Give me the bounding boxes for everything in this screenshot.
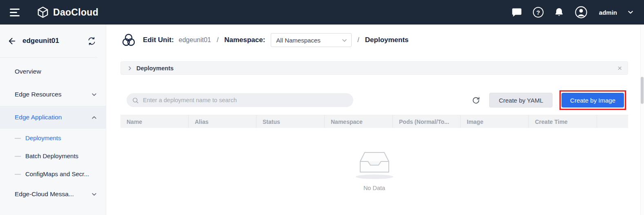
empty-state-text: No Data [363, 185, 385, 191]
switch-unit-icon[interactable] [87, 37, 96, 45]
user-menu-chevron-down-icon[interactable] [628, 9, 633, 15]
sidebar-item-label: Edge Resources [15, 91, 62, 98]
column-header-name[interactable]: Name [120, 115, 189, 128]
chevron-down-icon [91, 192, 97, 197]
sidebar-item-label: Batch Deployments [25, 152, 78, 159]
breadcrumb-separator: / [217, 36, 218, 44]
vertical-scrollbar-thumb[interactable] [641, 77, 644, 104]
edge-unit-knot-icon [121, 32, 136, 48]
chevron-down-icon [91, 92, 97, 97]
chevron-down-icon [342, 38, 347, 43]
sidebar-item-label: Edge-Cloud Messa... [15, 190, 74, 198]
create-by-image-button[interactable]: Create by Image [562, 93, 624, 108]
sidebar: edgeunit01 Overview Edge Resources Edge … [0, 25, 106, 215]
column-header-image[interactable]: Image [461, 115, 529, 128]
column-header-namespace[interactable]: Namespace [325, 115, 393, 128]
sidebar-item-overview[interactable]: Overview [0, 60, 106, 83]
namespace-label: Namespace: [224, 36, 265, 44]
brand-name: DaoCloud [53, 7, 98, 18]
search-icon [132, 97, 139, 104]
tab-bar: Deployments × [120, 61, 628, 75]
column-header-alias[interactable]: Alias [189, 115, 256, 128]
create-by-image-wrap: Create by Image [562, 93, 624, 108]
breadcrumb-page: Deployments [365, 36, 409, 44]
empty-inbox-icon [359, 150, 390, 177]
main-content: Edit Unit: edgeunit01 / Namespace: All N… [106, 25, 644, 215]
sidebar-item-configmaps-secrets[interactable]: — ConfigMaps and Secr... [0, 165, 106, 183]
daocloud-cube-icon [37, 6, 49, 19]
sidebar-item-label: Overview [15, 68, 41, 75]
refresh-icon[interactable] [472, 96, 480, 105]
sub-item-bullet: — [15, 152, 21, 159]
sidebar-item-edge-application[interactable]: Edge Application [0, 106, 106, 129]
topbar-actions: ? admin [511, 6, 633, 19]
help-icon[interactable]: ? [533, 7, 544, 18]
user-avatar[interactable] [575, 6, 588, 19]
sidebar-item-batch-deployments[interactable]: — Batch Deployments [0, 147, 106, 165]
toolbar: Create by YAML Create by Image [127, 93, 624, 108]
sidebar-item-label: Deployments [25, 134, 61, 141]
sidebar-item-edge-cloud-message[interactable]: Edge-Cloud Messa... [0, 183, 106, 206]
sub-item-bullet: — [15, 170, 21, 177]
namespace-select[interactable]: All Namespaces [271, 33, 352, 47]
chevron-up-icon [91, 115, 97, 120]
search-input[interactable] [127, 93, 353, 107]
back-arrow-icon[interactable] [7, 36, 17, 46]
messages-icon[interactable] [511, 7, 522, 18]
sidebar-nav: Overview Edge Resources Edge Application… [0, 58, 106, 206]
menu-toggle-icon[interactable] [10, 9, 20, 16]
column-header-pods[interactable]: Pods (Normal/To... [393, 115, 461, 128]
page-header: Edit Unit: edgeunit01 / Namespace: All N… [121, 32, 625, 48]
edit-unit-value: edgeunit01 [179, 36, 211, 44]
unit-title: edgeunit01 [22, 37, 82, 45]
brand-logo[interactable]: DaoCloud [37, 6, 98, 19]
sidebar-item-deployments[interactable]: — Deployments [0, 129, 106, 147]
sidebar-header: edgeunit01 [0, 25, 106, 57]
sidebar-item-edge-resources[interactable]: Edge Resources [0, 83, 106, 106]
empty-state: No Data [120, 150, 628, 191]
empty-icon-shadow [356, 175, 393, 179]
namespace-select-value: All Namespaces [276, 37, 320, 44]
tab-deployments[interactable]: Deployments [136, 65, 174, 72]
toolbar-actions: Create by YAML Create by Image [472, 93, 624, 108]
sidebar-item-label: Edge Application [15, 114, 62, 121]
edit-unit-label: Edit Unit: [143, 36, 174, 44]
close-icon[interactable]: × [617, 64, 622, 72]
topbar: DaoCloud ? admin [0, 0, 644, 25]
vertical-scrollbar-track[interactable] [640, 25, 644, 215]
notifications-bell-icon[interactable] [554, 7, 564, 18]
create-by-yaml-button[interactable]: Create by YAML [489, 93, 553, 108]
username-label: admin [599, 9, 617, 16]
column-header-create-time[interactable]: Create Time [529, 115, 597, 128]
sub-item-bullet: — [15, 134, 21, 141]
column-header-status[interactable]: Status [256, 115, 325, 128]
sidebar-item-label: ConfigMaps and Secr... [25, 170, 89, 177]
breadcrumb-separator: / [357, 36, 359, 44]
search-box [127, 93, 353, 107]
table-header-row: Name Alias Status Namespace Pods (Normal… [120, 115, 628, 128]
column-header-actions [597, 115, 628, 128]
chevron-right-icon[interactable] [127, 66, 132, 71]
